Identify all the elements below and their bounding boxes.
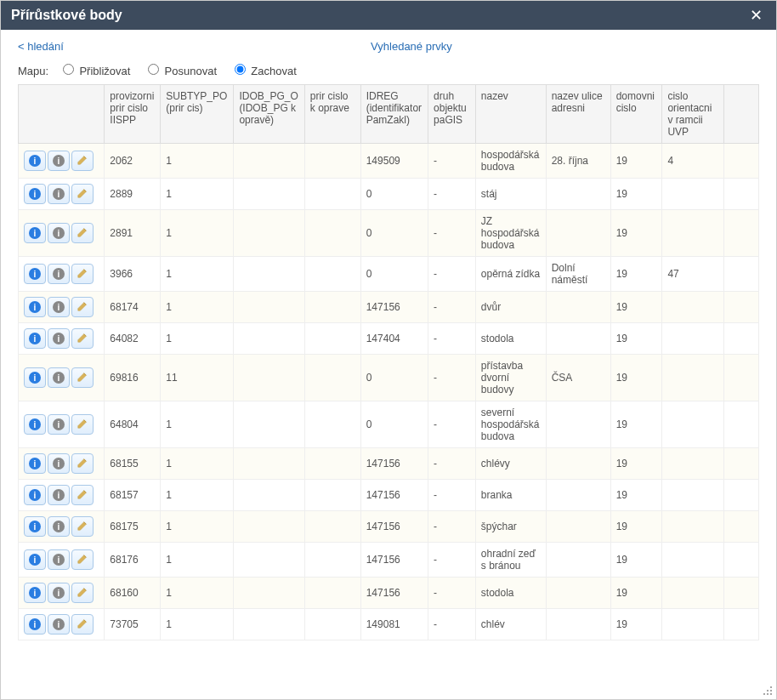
col-idreg[interactable]: IDREG (identifikator PamZakl) (360, 85, 428, 144)
cell-nazev: hospodářská budova (475, 144, 546, 179)
info-button[interactable]: i (24, 328, 46, 349)
table-row: ii737051149081-chlév19 (19, 609, 759, 640)
detail-button[interactable]: i (48, 453, 70, 474)
cell-subtyp: 1 (161, 448, 234, 480)
edit-button[interactable] (71, 414, 94, 435)
detail-button[interactable]: i (48, 297, 70, 317)
cell-prir: 2889 (105, 179, 161, 210)
info-button[interactable]: i (24, 184, 46, 204)
cell-prirk (304, 578, 360, 609)
cell-idobpg (234, 144, 304, 179)
edit-button[interactable] (71, 485, 94, 505)
cell-domovni: 19 (610, 480, 662, 511)
cell-trailing (724, 543, 759, 578)
dialog-window: Přírůstkové body ✕ < hledání Vyhledané p… (0, 0, 777, 700)
col-nazev[interactable]: nazev (475, 85, 546, 144)
edit-button[interactable] (71, 223, 94, 243)
edit-button[interactable] (71, 516, 94, 537)
actions-cell: ii (19, 292, 105, 323)
detail-button[interactable]: i (48, 583, 70, 603)
cell-prirk (304, 179, 360, 210)
edit-button[interactable] (71, 151, 94, 171)
info-button[interactable]: i (24, 583, 46, 603)
map-option-pan[interactable]: Posunovat (144, 65, 220, 77)
detail-icon: i (53, 458, 65, 470)
cell-ulice (546, 210, 610, 257)
detail-button[interactable]: i (48, 151, 70, 171)
detail-icon: i (53, 587, 65, 599)
cell-idobpg (234, 543, 304, 578)
cell-prir: 68175 (105, 511, 161, 543)
info-button[interactable]: i (24, 485, 46, 505)
info-button[interactable]: i (24, 151, 46, 171)
col-prirk[interactable]: prir cislo k oprave (304, 85, 360, 144)
info-button[interactable]: i (24, 516, 46, 537)
cell-druh: - (428, 144, 476, 179)
detail-icon: i (53, 372, 65, 384)
edit-button[interactable] (71, 614, 94, 635)
col-prir[interactable]: provizorni prir cislo IISPP (105, 85, 161, 144)
detail-button[interactable]: i (48, 516, 70, 537)
col-actions (19, 85, 105, 144)
col-idobpg[interactable]: IDOB_PG_O (IDOB_PG k opravě) (234, 85, 304, 144)
map-option-keep[interactable]: Zachovat (230, 65, 297, 77)
cell-idobpg (234, 257, 304, 292)
info-button[interactable]: i (24, 264, 46, 284)
detail-button[interactable]: i (48, 264, 70, 284)
cell-domovni: 19 (610, 323, 662, 355)
detail-button[interactable]: i (48, 223, 70, 243)
info-button[interactable]: i (24, 549, 46, 570)
table-header-row: provizorni prir cislo IISPP SUBTYP_PO (p… (19, 85, 759, 144)
cell-subtyp: 1 (161, 543, 234, 578)
back-link[interactable]: < hledání (18, 40, 64, 53)
cell-nazev: stodola (475, 323, 546, 355)
actions-cell: ii (19, 179, 105, 210)
edit-button[interactable] (71, 264, 94, 284)
actions-cell: ii (19, 609, 105, 640)
radio-keep[interactable] (235, 64, 246, 75)
info-button[interactable]: i (24, 367, 46, 388)
radio-zoom[interactable] (63, 64, 74, 75)
info-button[interactable]: i (24, 453, 46, 474)
cell-prir: 64082 (105, 323, 161, 355)
info-button[interactable]: i (24, 223, 46, 243)
detail-button[interactable]: i (48, 367, 70, 388)
map-label: Mapu: (18, 65, 48, 77)
edit-button[interactable] (71, 328, 94, 349)
col-domovni[interactable]: domovni cislo (610, 85, 662, 144)
detail-button[interactable]: i (48, 549, 70, 570)
cell-druh: - (428, 323, 476, 355)
edit-button[interactable] (71, 367, 94, 388)
detail-button[interactable]: i (48, 614, 70, 635)
close-button[interactable]: ✕ (746, 6, 766, 25)
cell-prirk (304, 292, 360, 323)
map-option-zoom[interactable]: Přibližovat (59, 65, 133, 77)
edit-button[interactable] (71, 453, 94, 474)
cell-domovni: 19 (610, 292, 662, 323)
resize-handle[interactable] (763, 686, 773, 696)
edit-button[interactable] (71, 583, 94, 603)
info-button[interactable]: i (24, 614, 46, 635)
cell-ulice (546, 401, 610, 448)
col-subtyp[interactable]: SUBTYP_PO (prir cis) (161, 85, 234, 144)
cell-prirk (304, 448, 360, 480)
col-druh[interactable]: druh objektu paGIS (428, 85, 476, 144)
radio-pan[interactable] (148, 64, 159, 75)
detail-button[interactable]: i (48, 414, 70, 435)
edit-button[interactable] (71, 549, 94, 570)
info-button[interactable]: i (24, 297, 46, 317)
detail-button[interactable]: i (48, 184, 70, 204)
cell-idobpg (234, 323, 304, 355)
detail-button[interactable]: i (48, 328, 70, 349)
edit-button[interactable] (71, 184, 94, 204)
cell-orient (662, 448, 724, 480)
pencil-icon (77, 371, 88, 385)
actions-cell: ii (19, 323, 105, 355)
info-button[interactable]: i (24, 414, 46, 435)
col-orient[interactable]: cislo orientacni v ramcii UVP (662, 85, 724, 144)
detail-button[interactable]: i (48, 485, 70, 505)
edit-button[interactable] (71, 297, 94, 317)
col-ulice[interactable]: nazev ulice adresni (546, 85, 610, 144)
cell-druh: - (428, 257, 476, 292)
cell-ulice (546, 448, 610, 480)
